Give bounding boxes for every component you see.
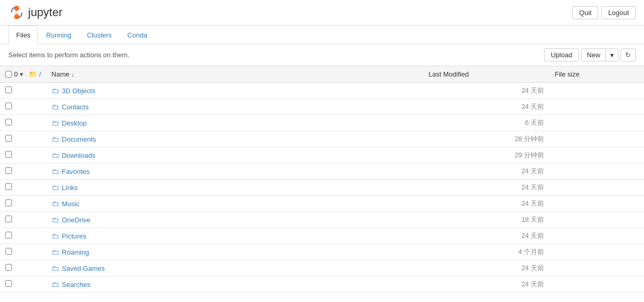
folder-link[interactable]: 🗀 Pictures (52, 232, 418, 240)
table-row: 🗀 Favorites 24 天前 (0, 163, 644, 180)
tab-running[interactable]: Running (38, 26, 79, 44)
tab-files[interactable]: Files (8, 26, 38, 44)
folder-icon: 🗀 (52, 232, 59, 240)
table-row: 🗀 Searches 24 天前 (0, 276, 644, 293)
row-name-cell: 🗀 Pictures (46, 228, 423, 244)
row-checkbox-cell (0, 244, 46, 260)
quit-button[interactable]: Quit (572, 6, 598, 19)
svg-point-0 (14, 6, 19, 11)
folder-link[interactable]: 🗀 Documents (52, 135, 418, 143)
row-size-cell (549, 212, 644, 228)
row-checkbox[interactable] (5, 86, 12, 93)
folder-name: Music (62, 200, 80, 208)
new-button-dropdown[interactable]: ▼ (605, 49, 618, 61)
file-list: 🗀 3D Objects 24 天前 🗀 Contacts 24 天前 (0, 83, 644, 293)
row-size-cell (549, 131, 644, 147)
row-name-cell: 🗀 Contacts (46, 99, 423, 115)
logout-button[interactable]: Logout (601, 6, 636, 19)
folder-link[interactable]: 🗀 Favorites (52, 167, 418, 175)
row-checkbox[interactable] (5, 248, 12, 255)
toolbar-actions: Upload New ▼ ↻ (544, 48, 636, 61)
dropdown-arrow[interactable]: ▾ (20, 70, 23, 78)
folder-link[interactable]: 🗀 3D Objects (52, 86, 418, 95)
row-checkbox[interactable] (5, 199, 12, 206)
col-size-label: File size (554, 70, 579, 78)
table-row: 🗀 Contacts 24 天前 (0, 99, 644, 115)
row-checkbox[interactable] (5, 135, 12, 142)
row-modified-cell: 24 天前 (423, 276, 549, 293)
row-size-cell (549, 83, 644, 99)
row-modified-cell: 24 天前 (423, 180, 549, 196)
row-size-cell (549, 115, 644, 131)
breadcrumb-slash[interactable]: / (39, 70, 41, 78)
select-all-checkbox[interactable] (5, 71, 12, 78)
header-buttons: Quit Logout (572, 6, 636, 19)
row-checkbox[interactable] (5, 119, 12, 125)
row-checkbox[interactable] (5, 216, 12, 222)
table-row: 🗀 OneDrive 18 天前 (0, 212, 644, 228)
row-size-cell (549, 163, 644, 180)
row-checkbox[interactable] (5, 167, 12, 174)
folder-link[interactable]: 🗀 Desktop (52, 119, 418, 127)
th-name[interactable]: Name ↓ (46, 66, 423, 83)
row-checkbox[interactable] (5, 264, 12, 271)
row-checkbox[interactable] (5, 280, 12, 287)
row-name-cell: 🗀 Saved Games (46, 260, 423, 276)
jupyter-logo-icon (8, 4, 25, 21)
th-checkbox: 0 ▾ 📁 / (0, 66, 46, 83)
row-checkbox[interactable] (5, 183, 12, 190)
tab-conda[interactable]: Conda (120, 26, 155, 44)
row-name-cell: 🗀 OneDrive (46, 212, 423, 228)
folder-name: Roaming (62, 248, 89, 256)
folder-name: OneDrive (62, 216, 91, 224)
folder-icon: 🗀 (52, 199, 59, 208)
folder-icon: 🗀 (52, 216, 59, 224)
new-button[interactable]: New (582, 49, 605, 61)
col-modified-label: Last Modified (428, 70, 469, 78)
row-checkbox[interactable] (5, 232, 12, 238)
sort-arrow: ↓ (71, 71, 74, 78)
folder-icon: 🗀 (52, 264, 59, 272)
th-last-modified[interactable]: Last Modified (423, 66, 549, 83)
table-row: 🗀 Links 24 天前 (0, 180, 644, 196)
toolbar-info: Select items to perform actions on them. (8, 51, 130, 59)
row-checkbox[interactable] (5, 151, 12, 158)
tabs-bar: Files Running Clusters Conda (0, 26, 644, 44)
folder-name: Searches (62, 281, 91, 288)
col-name-label: Name (52, 70, 70, 78)
folder-icon: 🗀 (52, 167, 59, 175)
table-row: 🗀 Downloads 29 分钟前 (0, 147, 644, 163)
refresh-button[interactable]: ↻ (621, 48, 636, 61)
folder-link[interactable]: 🗀 Saved Games (52, 264, 418, 272)
folder-link[interactable]: 🗀 Searches (52, 280, 418, 288)
row-size-cell (549, 180, 644, 196)
logo: jupyter (8, 4, 62, 21)
row-name-cell: 🗀 Music (46, 196, 423, 212)
selected-count: 0 (14, 70, 18, 78)
row-checkbox-cell (0, 99, 46, 115)
svg-point-2 (15, 11, 18, 14)
folder-link[interactable]: 🗀 Links (52, 183, 418, 192)
folder-link[interactable]: 🗀 Downloads (52, 151, 418, 159)
toolbar: Select items to perform actions on them.… (0, 44, 644, 66)
row-modified-cell: 24 天前 (423, 196, 549, 212)
folder-link[interactable]: 🗀 Contacts (52, 103, 418, 111)
row-name-cell: 🗀 Links (46, 180, 423, 196)
folder-icon: 🗀 (52, 280, 59, 288)
row-checkbox[interactable] (5, 103, 12, 109)
folder-name: Downloads (62, 152, 95, 159)
row-checkbox-cell (0, 131, 46, 147)
folder-name: Documents (62, 135, 96, 143)
row-size-cell (549, 276, 644, 293)
folder-link[interactable]: 🗀 Roaming (52, 248, 418, 256)
row-name-cell: 🗀 Searches (46, 276, 423, 293)
new-button-group: New ▼ (581, 48, 618, 61)
folder-name: Links (62, 184, 78, 192)
tab-clusters[interactable]: Clusters (79, 26, 120, 44)
table-row: 🗀 Desktop 6 天前 (0, 115, 644, 131)
folder-link[interactable]: 🗀 OneDrive (52, 216, 418, 224)
upload-button[interactable]: Upload (544, 48, 579, 61)
folder-icon: 🗀 (52, 86, 59, 95)
folder-link[interactable]: 🗀 Music (52, 199, 418, 208)
folder-icon: 🗀 (52, 119, 59, 127)
